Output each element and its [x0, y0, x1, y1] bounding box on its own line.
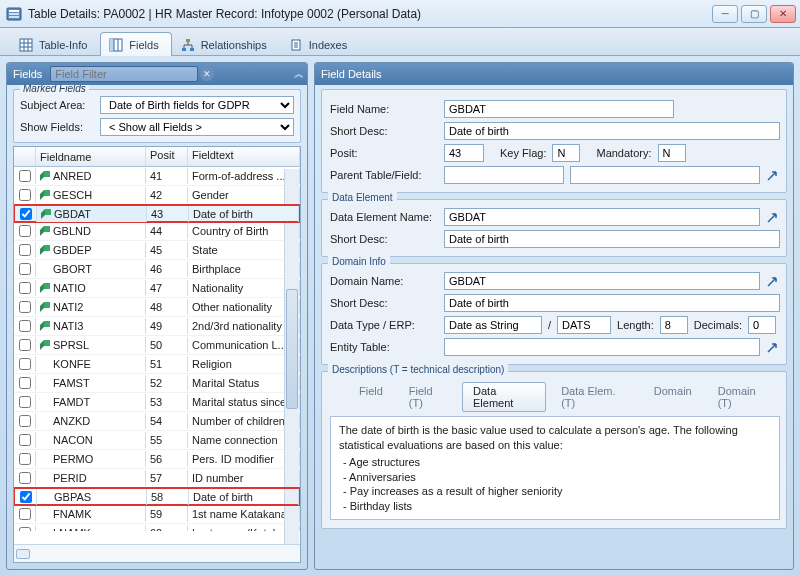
row-checkbox[interactable]	[19, 320, 31, 332]
row-checkbox[interactable]	[19, 472, 31, 484]
table-row[interactable]: FNAMK591st name Katakana	[14, 505, 300, 524]
table-row[interactable]: ANRED41Form-of-address ...	[14, 167, 300, 186]
goto-domain-icon[interactable]	[766, 274, 780, 288]
row-checkbox[interactable]	[19, 358, 31, 370]
maximize-button[interactable]: ▢	[741, 5, 767, 23]
length-input[interactable]	[660, 316, 688, 334]
posit-input[interactable]	[444, 144, 484, 162]
table-row[interactable]: GBLND44Country of Birth	[14, 222, 300, 241]
desc-tab-data-element[interactable]: Data Element	[462, 382, 546, 412]
row-checkbox[interactable]	[20, 208, 32, 220]
field-name: NATI3	[53, 320, 83, 332]
field-name: PERMO	[53, 453, 93, 465]
domain-name-input[interactable]	[444, 272, 760, 290]
key-icon	[41, 209, 51, 219]
close-button[interactable]: ✕	[770, 5, 796, 23]
row-checkbox[interactable]	[19, 301, 31, 313]
mandatory-input[interactable]	[658, 144, 686, 162]
domain-short-input[interactable]	[444, 294, 780, 312]
parent-table-input[interactable]	[444, 166, 564, 184]
key-flag-label: Key Flag:	[500, 147, 546, 159]
tab-indexes[interactable]: Indexes	[280, 32, 361, 56]
posit-label: Posit:	[330, 147, 438, 159]
scroll-thumb[interactable]	[286, 289, 298, 409]
short-desc-input[interactable]	[444, 122, 780, 140]
row-checkbox[interactable]	[19, 453, 31, 465]
collapse-panel-icon[interactable]: ︽	[294, 67, 301, 81]
col-header-fieldname[interactable]: Fieldname	[36, 147, 146, 166]
row-checkbox[interactable]	[19, 244, 31, 256]
svg-rect-10	[110, 39, 114, 51]
row-checkbox[interactable]	[19, 282, 31, 294]
row-checkbox[interactable]	[19, 225, 31, 237]
table-row[interactable]: LNAMK60Last name (Katak...	[14, 524, 300, 531]
parent-field-input[interactable]	[570, 166, 760, 184]
table-row[interactable]: NATIO47Nationality	[14, 279, 300, 298]
goto-de-icon[interactable]	[766, 210, 780, 224]
row-checkbox[interactable]	[20, 491, 32, 503]
de-name-input[interactable]	[444, 208, 760, 226]
fields-panel: Fields ✕ ︽ Marked Fields Subject Area: D…	[6, 62, 308, 570]
desc-tab-data-elem-t[interactable]: Data Elem. (T)	[550, 382, 639, 412]
table-row[interactable]: FAMST52Marital Status	[14, 374, 300, 393]
tab-fields[interactable]: Fields	[100, 32, 171, 56]
field-details-header: Field Details	[315, 63, 793, 85]
field-name-input[interactable]	[444, 100, 674, 118]
table-row[interactable]: FAMDT53Marital status since	[14, 393, 300, 412]
subject-area-select[interactable]: Date of Birth fields for GDPR	[100, 96, 294, 114]
goto-parent-icon[interactable]	[766, 168, 780, 182]
row-checkbox[interactable]	[19, 170, 31, 182]
row-checkbox[interactable]	[19, 434, 31, 446]
field-name-label: Field Name:	[330, 103, 438, 115]
de-short-input[interactable]	[444, 230, 780, 248]
show-fields-select[interactable]: < Show all Fields >	[100, 118, 294, 136]
desc-tab-domain-t[interactable]: Domain (T)	[707, 382, 780, 412]
row-checkbox[interactable]	[19, 527, 31, 531]
data-element-section: Data Element Data Element Name: Short De…	[321, 199, 787, 257]
row-checkbox[interactable]	[19, 396, 31, 408]
table-row[interactable]: GBDAT43Date of birth	[14, 204, 300, 223]
table-row[interactable]: GBORT46Birthplace	[14, 260, 300, 279]
tab-relationships[interactable]: Relationships	[172, 32, 280, 56]
marked-fields-group: Marked Fields Subject Area: Date of Birt…	[13, 89, 301, 143]
table-row[interactable]: GESCH42Gender	[14, 186, 300, 205]
field-name: NATIO	[53, 282, 86, 294]
table-row[interactable]: NATI248Other nationality	[14, 298, 300, 317]
table-row[interactable]: NACON55Name connection	[14, 431, 300, 450]
hscroll-left-icon[interactable]	[16, 549, 30, 559]
table-row[interactable]: ANZKD54Number of children	[14, 412, 300, 431]
row-checkbox[interactable]	[19, 339, 31, 351]
dtype-sep: /	[548, 319, 551, 331]
tab-table-info[interactable]: Table-Info	[10, 32, 100, 56]
dtype1-input[interactable]	[444, 316, 542, 334]
table-row[interactable]: GBDEP45State	[14, 241, 300, 260]
table-row[interactable]: NATI3492nd/3rd nationality	[14, 317, 300, 336]
row-checkbox[interactable]	[19, 263, 31, 275]
table-row[interactable]: PERID57ID number	[14, 469, 300, 488]
row-checkbox[interactable]	[19, 415, 31, 427]
svg-marker-35	[44, 321, 50, 327]
col-header-fieldtext[interactable]: Fieldtext	[188, 147, 300, 166]
row-checkbox[interactable]	[19, 508, 31, 520]
desc-tab-domain[interactable]: Domain	[643, 382, 703, 412]
svg-rect-1	[9, 10, 19, 12]
table-row[interactable]: GBPAS58Date of birth	[14, 487, 300, 506]
row-checkbox[interactable]	[19, 377, 31, 389]
key-flag-input[interactable]	[552, 144, 580, 162]
desc-tab-field[interactable]: Field	[348, 382, 394, 412]
table-row[interactable]: PERMO56Pers. ID modifier	[14, 450, 300, 469]
minimize-button[interactable]: ─	[712, 5, 738, 23]
goto-entity-icon[interactable]	[766, 340, 780, 354]
svg-rect-15	[190, 48, 194, 51]
dtype2-input[interactable]	[557, 316, 611, 334]
decimals-input[interactable]	[748, 316, 776, 334]
entity-table-input[interactable]	[444, 338, 760, 356]
clear-filter-icon[interactable]: ✕	[200, 67, 214, 81]
desc-tab-field-t[interactable]: Field (T)	[398, 382, 458, 412]
table-row[interactable]: SPRSL50Communication L...	[14, 336, 300, 355]
fields-table-body[interactable]: ANRED41Form-of-address ...GESCH42GenderG…	[14, 167, 300, 531]
row-checkbox[interactable]	[19, 189, 31, 201]
col-header-posit[interactable]: Posit	[146, 147, 188, 166]
field-filter-input[interactable]	[50, 66, 198, 82]
table-row[interactable]: KONFE51Religion	[14, 355, 300, 374]
